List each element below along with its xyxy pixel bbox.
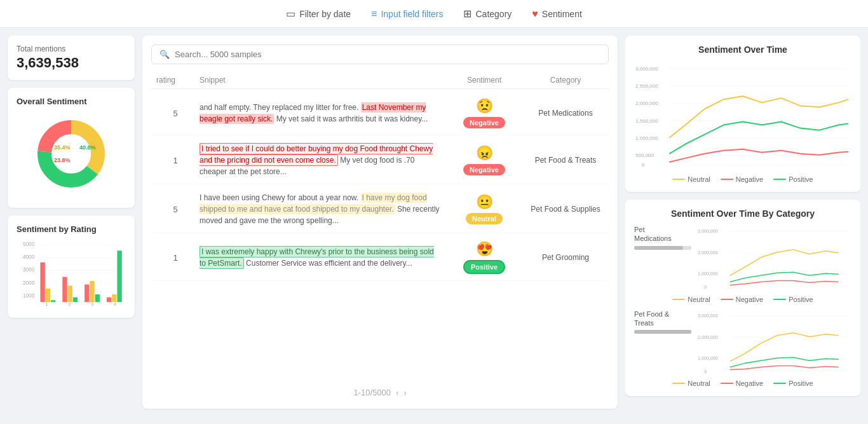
svg-text:2,000,000: 2,000,000 [698,334,718,339]
legend3-negative: Negative [721,380,763,387]
svg-rect-17 [40,263,44,302]
pagination: 1-10/5000 ‹ › [151,381,609,400]
nav-category-label: Category [475,9,512,19]
search-icon: 🔍 [159,50,170,59]
svg-text:1: 1 [45,301,48,307]
table-row: 5 and half empty. They replaced my litte… [151,92,609,135]
total-mentions-label: Total mentions [17,44,126,53]
col-category: Category [527,76,604,85]
table-row: 1 I tried to see if I could do better bu… [151,137,609,184]
nav-input-filters[interactable]: ≡ Input field filters [371,8,443,20]
legend-positive-label: Positive [789,175,813,183]
chart1-title: Sentiment Over Time [634,44,851,55]
sentiment-3: 😐 Neutral [446,194,522,224]
overall-sentiment-title: Overall Sentiment [17,97,126,106]
calendar-icon: ▭ [286,8,295,20]
highlight-text: Last November my beagle got really sick. [200,102,426,124]
snippet-3: I have been using Chewy for about a year… [200,192,441,226]
top-navigation: ▭ Filter by date ≡ Input field filters ⊞… [0,0,868,28]
sentiment-2: 😠 Negative [446,145,522,175]
svg-point-3 [52,135,90,173]
svg-text:35.4%: 35.4% [54,144,71,151]
search-bar[interactable]: 🔍 [151,44,609,64]
legend3-positive-dot [773,383,786,384]
nav-category[interactable]: ⊞ Category [463,8,512,20]
right-panel: Sentiment Over Time 3,000,000 2,500,000 … [625,36,860,409]
svg-text:40.8%: 40.8% [79,144,96,151]
grid-icon: ⊞ [463,8,471,20]
col-snippet: Snippet [200,76,441,85]
category-1: Pet Medications [527,109,604,118]
svg-text:1,000,000: 1,000,000 [635,135,658,141]
overall-sentiment-card: Overall Sentiment 35.4% 40.8% 23.8% [8,88,135,208]
svg-rect-26 [107,297,111,302]
svg-text:3,000,000: 3,000,000 [698,229,718,234]
legend3-neutral-label: Neutral [688,380,710,387]
legend-neutral: Neutral [672,175,710,183]
filter-icon: ≡ [371,8,377,20]
sentiment-badge-negative: Negative [463,117,505,128]
main-layout: Total mentions 3,639,538 Overall Sentime… [0,28,868,416]
svg-rect-18 [46,289,50,302]
chart1-legend: Neutral Negative Positive [634,175,851,183]
svg-text:2: 2 [68,301,71,307]
legend-positive-dot [773,179,786,180]
svg-text:500,000: 500,000 [635,153,654,158]
rating-2: 1 [156,156,194,165]
total-mentions-value: 3,639,538 [17,55,126,71]
svg-rect-20 [62,277,67,302]
nav-filter-date-label: Filter by date [299,9,351,19]
legend-negative-label: Negative [736,175,763,183]
category-4: Pet Grooming [527,253,604,262]
nav-sentiment[interactable]: ♥ Sentiment [532,8,582,20]
svg-rect-23 [85,285,89,303]
legend2-negative-label: Negative [736,296,763,303]
heart-icon: ♥ [532,8,538,20]
legend-negative-dot [721,179,733,180]
sentiment-rating-title: Sentiment by Rating [17,224,126,234]
pagination-next[interactable]: › [403,388,406,397]
svg-text:2,000,000: 2,000,000 [635,100,658,106]
nav-filter-date[interactable]: ▭ Filter by date [286,8,351,20]
rating-3: 5 [156,205,194,214]
pagination-prev[interactable]: ‹ [396,388,398,397]
svg-text:2000: 2000 [23,280,35,286]
svg-text:4: 4 [114,301,116,307]
col-rating: rating [156,76,194,85]
snippet-4: I was extremely happy with Chrewy's prio… [200,246,441,269]
svg-text:23.8%: 23.8% [54,157,71,163]
sentiment-rating-card: Sentiment by Rating 5000 4000 3000 2000 … [8,215,135,318]
review-list: 5 and half empty. They replaced my litte… [151,92,609,381]
highlight-text: I have my dog food shipped to me and hav… [200,193,427,214]
rating-1: 5 [156,109,194,118]
sentiment-badge-negative-2: Negative [463,164,505,175]
pet-medications-svg: 3,000,000 2,000,000 1,000,000 0 [696,225,851,290]
category-2: Pet Food & Treats [527,156,604,165]
legend2-positive-dot [773,299,786,300]
pet-food-treats-chart: 3,000,000 2,000,000 1,000,000 0 [696,310,851,376]
svg-rect-19 [51,300,55,302]
bar-chart-svg: 5000 4000 3000 2000 1000 [17,239,126,309]
sentiment-4: 😍 Positive [446,241,522,274]
legend3-positive-label: Positive [789,380,813,387]
snippet-1: and half empty. They replaced my litter … [200,102,441,125]
legend3-negative-dot [721,383,733,384]
svg-rect-24 [90,281,94,302]
svg-text:3: 3 [91,301,93,307]
bar-chart: 5000 4000 3000 2000 1000 [17,239,126,309]
category-pet-food-treats-label: Pet Food &Treats [634,310,691,334]
pet-food-treats-svg: 3,000,000 2,000,000 1,000,000 0 [696,310,851,374]
nav-sentiment-label: Sentiment [542,9,582,19]
svg-text:1,000,000: 1,000,000 [698,356,718,361]
category-3: Pet Food & Supplies [527,205,604,214]
rating-4: 1 [156,253,194,263]
pet-medications-chart: 3,000,000 2,000,000 1,000,000 0 [696,225,851,292]
chart2-legend-2: Neutral Negative Positive [634,380,851,387]
highlight-text: I was extremely happy with Chrewy's prio… [200,246,434,269]
svg-text:2,000,000: 2,000,000 [698,250,718,256]
category-pet-medications: PetMedications 3,000,000 2,000,000 1,000… [634,225,851,292]
svg-text:0: 0 [704,285,707,290]
search-input[interactable] [175,50,600,59]
svg-rect-22 [73,297,78,302]
pagination-text: 1-10/5000 [353,388,391,397]
